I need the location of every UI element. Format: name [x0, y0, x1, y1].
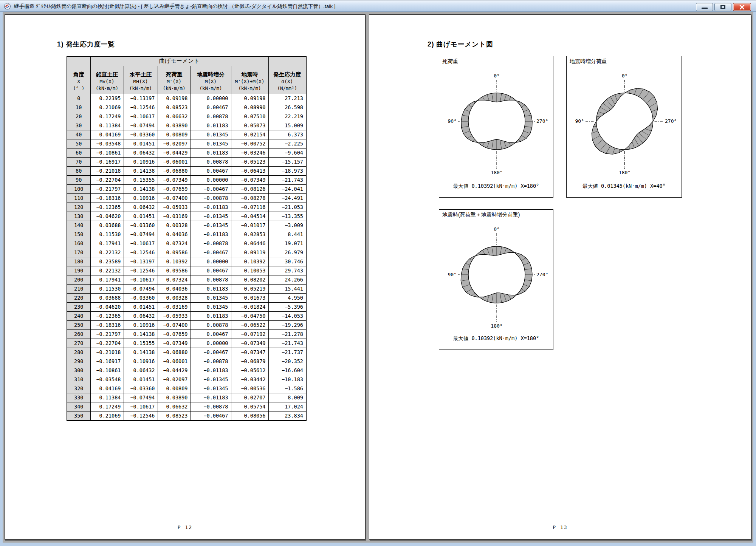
moment-diagram-seismic-total: 0°90°180°270° 地震時(死荷重＋地震時増分荷重) 最大値 0.103…: [439, 209, 553, 350]
value-cell: 0.00878: [191, 320, 231, 329]
value-cell: 0.15355: [124, 175, 158, 184]
svg-text:270°: 270°: [665, 118, 677, 124]
angle-cell: 270: [67, 339, 90, 348]
table-row: 270−0.227040.15355−0.073490.00000−0.0734…: [67, 339, 306, 348]
value-cell: 0.07510: [231, 112, 268, 121]
value-cell: 0.15355: [124, 339, 158, 348]
svg-text:270°: 270°: [536, 272, 548, 277]
value-cell: 0.17941: [90, 239, 124, 248]
value-cell: 0.03890: [158, 121, 191, 130]
value-cell: −2.225: [268, 139, 306, 148]
window-title-bar[interactable]: 継手構造 ﾀﾞｸﾀｲﾙ鋳鉄管の鉛直断面の検討(近似計算法) - [ 差し込み継手…: [0, 0, 756, 12]
value-cell: −0.21018: [90, 348, 124, 357]
value-cell: −0.07400: [158, 320, 191, 329]
value-cell: 0.10916: [124, 357, 158, 366]
table-row: 100.21069−0.125460.085230.004670.0899026…: [67, 103, 306, 112]
svg-text:90°: 90°: [448, 118, 457, 124]
minimize-button[interactable]: [696, 3, 713, 11]
table-row: 1500.11530−0.074940.04036−0.011830.02853…: [67, 230, 306, 239]
value-cell: 0.11530: [90, 230, 124, 239]
table-row: 2200.03688−0.033600.003280.013450.016734…: [67, 293, 306, 302]
value-cell: −21.737: [268, 348, 306, 357]
value-cell: −0.10617: [124, 402, 158, 411]
value-cell: −0.10861: [90, 366, 124, 375]
value-cell: −3.009: [268, 221, 306, 230]
value-cell: −21.278: [268, 329, 306, 339]
value-cell: 0.03688: [90, 293, 124, 302]
value-cell: 24.266: [268, 275, 306, 284]
value-cell: −0.03246: [231, 148, 268, 157]
value-cell: 0.00467: [191, 329, 231, 339]
angle-cell: 20: [67, 112, 90, 121]
value-cell: −0.03360: [124, 293, 158, 302]
value-cell: 0.10392: [158, 257, 191, 266]
document-page-right: 2) 曲げモーメント図 0°90°180°270° 死荷重 最大値 0.1039…: [369, 14, 751, 540]
value-cell: 0.11384: [90, 121, 124, 130]
angle-cell: 260: [67, 329, 90, 339]
page-number-left: P 12: [5, 524, 365, 530]
value-cell: −0.07347: [231, 348, 268, 357]
value-cell: −0.00536: [231, 384, 268, 393]
value-cell: 0.06632: [158, 402, 191, 411]
angle-cell: 300: [67, 366, 90, 375]
angle-cell: 330: [67, 393, 90, 402]
value-cell: −0.00878: [191, 239, 231, 248]
value-cell: −0.07349: [231, 339, 268, 348]
table-row: 1400.03688−0.033600.00328−0.01345−0.0101…: [67, 221, 306, 230]
value-cell: −21.053: [268, 203, 306, 212]
moment-diagram-plot: 0°90°180°270°: [439, 56, 554, 197]
svg-text:0°: 0°: [494, 226, 500, 232]
value-cell: −0.16917: [90, 157, 124, 166]
value-cell: −0.03360: [124, 221, 158, 230]
angle-cell: 10: [67, 103, 90, 112]
value-cell: 22.219: [268, 112, 306, 121]
table-row: 310−0.035480.01451−0.02097−0.01345−0.034…: [67, 375, 306, 384]
table-row: 50−0.035480.01451−0.020970.01345−0.00752…: [67, 139, 306, 148]
value-cell: −0.07494: [124, 393, 158, 402]
value-cell: 0.10392: [231, 257, 268, 266]
value-cell: −0.06880: [158, 348, 191, 357]
angle-cell: 320: [67, 384, 90, 393]
value-cell: −0.16917: [90, 357, 124, 366]
value-cell: 0.08202: [231, 275, 268, 284]
angle-cell: 70: [67, 157, 90, 166]
table-row: 3400.17249−0.106170.06632−0.008780.05754…: [67, 402, 306, 411]
value-cell: −0.07349: [231, 175, 268, 184]
table-row: 3200.04169−0.033600.00809−0.01345−0.0053…: [67, 384, 306, 393]
window-title: 継手構造 ﾀﾞｸﾀｲﾙ鋳鉄管の鉛直断面の検討(近似計算法) - [ 差し込み継手…: [14, 3, 336, 10]
diagram-title: 地震時(死荷重＋地震時増分荷重): [442, 212, 520, 218]
value-cell: −0.07400: [158, 193, 191, 203]
value-cell: −0.00467: [191, 348, 231, 357]
value-cell: 0.10916: [124, 193, 158, 203]
value-cell: 0.14138: [124, 184, 158, 193]
value-cell: 0.09198: [158, 94, 191, 103]
value-cell: −1.586: [268, 384, 306, 393]
table-row: 3500.21069−0.125460.08523−0.004670.08056…: [67, 411, 306, 421]
angle-cell: 130: [67, 212, 90, 221]
value-cell: 0.05073: [231, 121, 268, 130]
angle-cell: 350: [67, 411, 90, 421]
value-cell: −0.05612: [231, 366, 268, 375]
stress-table: 角度 X (° ) 曲げモーメント 発生応力度 σ(X) (N/mm²): [67, 56, 307, 421]
value-cell: 0.02707: [231, 393, 268, 402]
maximize-button[interactable]: [714, 3, 731, 11]
value-cell: 0.01451: [124, 302, 158, 311]
angle-cell: 50: [67, 139, 90, 148]
value-cell: −0.00878: [191, 357, 231, 366]
angle-cell: 210: [67, 284, 90, 293]
table-row: 1900.22132−0.125460.095860.004670.100532…: [67, 266, 306, 275]
value-cell: 0.21069: [90, 411, 124, 421]
value-cell: −0.10861: [90, 148, 124, 157]
page-number-right: P 13: [369, 524, 751, 530]
value-cell: 30.746: [268, 257, 306, 266]
stress-column-header: 発生応力度 σ(X) (N/mm²): [268, 56, 306, 94]
value-cell: 0.09586: [158, 266, 191, 275]
value-cell: 0.17249: [90, 402, 124, 411]
angle-cell: 120: [67, 203, 90, 212]
value-cell: −0.04429: [158, 148, 191, 157]
value-cell: −20.352: [268, 357, 306, 366]
value-cell: −0.03169: [158, 212, 191, 221]
close-button[interactable]: [733, 3, 751, 11]
value-cell: −0.06001: [158, 357, 191, 366]
angle-cell: 140: [67, 221, 90, 230]
